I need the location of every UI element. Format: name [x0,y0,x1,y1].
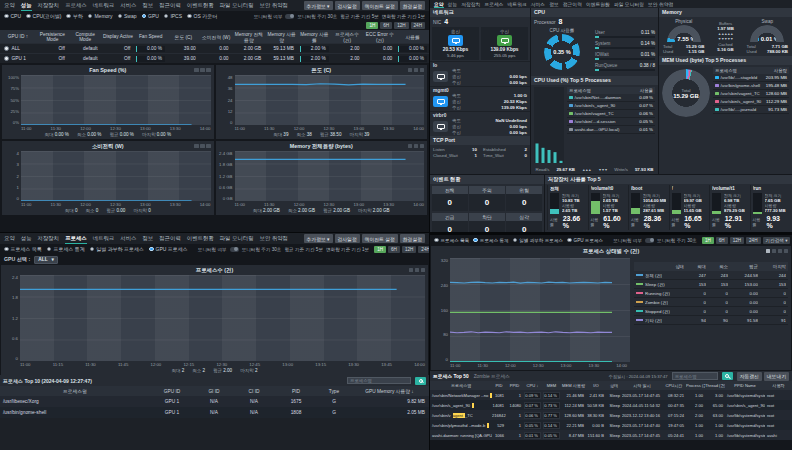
menu-tab[interactable]: 성능 [21,233,32,244]
legend-row[interactable]: Running (건) 00 0.000 [634,289,788,298]
panel-image-icon[interactable] [414,144,419,149]
menu-tab[interactable]: 프로세스 [484,0,503,8]
time-range-button[interactable]: 6H [716,237,728,244]
table-header-cell[interactable]: 프로세스명 [0,388,150,394]
panel-grid-icon[interactable] [408,68,413,73]
table-header-cell[interactable]: 프로세스명 [430,383,492,388]
process-mode-radio[interactable]: 프로세스 통계 [473,238,508,243]
menu-tab[interactable]: 정보 [549,0,559,8]
process-mode-radio[interactable]: GPU 프로세스 [149,246,188,252]
menu-tab[interactable]: 보안 취약점 [260,233,288,244]
mem-top5-row[interactable]: /usr/sbin/vagent_TC 128.60 MB [713,90,789,98]
process-mode-radio[interactable]: 일별 과부하 프로세스 [90,246,144,252]
table-row[interactable]: /usr/sbin/plymouthd --mode-b 5291 0.05 %… [430,420,792,430]
table-header-cell[interactable]: PPID Name [725,383,765,388]
fan-speed-chart[interactable] [21,75,211,125]
panel-print-icon[interactable] [420,144,425,149]
table-header-cell[interactable]: 사용자 [765,383,792,388]
gpu-table-header-cell[interactable]: Memory 전체용량 [233,31,266,43]
mem-top5-row[interactable]: /usr/lib/…-journald 91.73 MB [713,106,789,114]
menu-tab[interactable]: 보안 취약점 [260,0,288,11]
legend-row[interactable]: Sleep (건) 153153 153.00153 [634,280,788,289]
menu-tab[interactable]: 서비스 [120,233,136,244]
time-range-button[interactable]: 12H [730,237,744,244]
table-header-cell[interactable]: GPU Memory 사용량 ↓ [350,388,429,394]
cpu-top5-row[interactable]: /usr/sbin/vagent_TC 0.06 % [567,110,655,118]
gpu-table-header-cell[interactable]: Compute Mode [69,32,102,42]
menu-tab[interactable]: 요약 [4,0,15,11]
time-range-button[interactable]: 1H [702,237,714,244]
row-radio-icon[interactable] [4,46,9,51]
metric-radio[interactable]: 부하 [66,13,83,19]
panel-print-icon[interactable] [420,68,425,73]
menu-tab[interactable]: 저장장치 [461,0,480,8]
time-range-button[interactable]: 6H [380,22,392,29]
table-action-button[interactable]: 자동갱신 [737,372,762,381]
monitoring-toggle[interactable] [645,238,654,243]
metric-radio[interactable]: Swap [118,13,137,19]
menu-tab[interactable]: 서비스 [531,0,545,8]
process-mode-radio[interactable]: 프로세스 목록 [434,238,469,243]
menu-tab[interactable]: 접근이력 [159,233,181,244]
mem-top5-row[interactable]: /usr/sbin/s_agent_90 112.29 MB [713,98,789,106]
menu-tab[interactable]: 프로세스 [65,233,87,244]
gpu-select-dropdown[interactable]: ALL▾ [34,256,58,264]
time-range-button[interactable]: 6H [388,246,400,253]
metric-radio[interactable]: OS 카운터 [187,13,217,19]
menu-tab[interactable]: 프로세스 [65,0,87,11]
interface-item[interactable]: lo 속도 송신0.00 bps 수신0.00 bps [430,61,530,86]
header-button[interactable]: 검사일정 [335,1,360,10]
gpu-table-header-cell[interactable]: 프로세스수 (건) [331,31,364,43]
table-header-cell[interactable]: PID [492,383,506,388]
legend-row[interactable]: Zombie (건) 00 0.000 [634,298,788,307]
header-button[interactable]: 환경설정 [400,1,425,10]
table-header-cell[interactable]: MEM [542,383,561,388]
time-range-button[interactable]: 12H [402,246,416,253]
menu-tab[interactable]: 네트워크 [508,0,527,8]
panel-pin-icon[interactable] [766,249,771,254]
menu-tab[interactable]: 네트워크 [93,0,115,11]
menu-tab[interactable]: 정보 [142,233,153,244]
menu-tab[interactable]: 파일 모니터링 [220,233,254,244]
table-header-cell[interactable]: PID [274,389,318,394]
cpu-top5-row[interactable]: /usr/sbin/…d-session 0.05 % [567,118,655,126]
panel-image-icon[interactable] [414,68,419,73]
row-radio-icon[interactable] [4,56,9,61]
metric-radio[interactable]: CPU [4,13,21,19]
menu-tab[interactable]: 접근이력 [159,0,181,11]
legend-row[interactable]: Stopped (건) 00 0.000 [634,307,788,316]
header-button[interactable]: 환경설정 [400,234,425,243]
table-header-cell[interactable]: MEM 사용량 [561,383,586,388]
menu-tab[interactable]: 파일 모니터링 [614,0,644,8]
menu-tab[interactable]: 저장장치 [38,233,60,244]
time-range-button[interactable]: 기간검색 ▾ [763,237,791,244]
header-button[interactable]: 검사일정 [335,234,360,243]
gpu-table-header-cell[interactable]: 사용률 [396,34,429,40]
table-header-cell[interactable]: I/O [586,383,606,388]
panel-image-icon[interactable] [200,68,205,73]
gpu-table-header-cell[interactable]: 소비전력 (W) [200,34,233,40]
legend-row[interactable]: 전체 (건) 247243 244.58244 [634,271,788,280]
menu-tab[interactable]: 네트워크 [93,233,115,244]
menu-tab[interactable]: 서비스 [120,0,136,11]
panel-grid-icon[interactable] [408,144,413,149]
metric-radio[interactable]: Memory [88,13,113,19]
table-row[interactable]: /usr/sbin/s_agent_90 1408114080 0.07 %0.… [430,400,792,410]
power-chart[interactable] [21,151,211,201]
table-header-cell[interactable]: Type [318,389,350,394]
cpu-top5-row[interactable]: /usr/sbin/Net…-daemon 0.09 % [567,94,655,102]
time-range-button[interactable]: 1H [366,22,378,29]
panel-image-icon[interactable] [200,144,205,149]
monitoring-toggle[interactable] [230,247,239,252]
table-header-cell[interactable]: Process (건) [686,383,705,388]
header-button[interactable]: 추가정보 ▾ [304,1,333,10]
table-header-cell[interactable]: CI ID [234,389,274,394]
menu-tab[interactable]: 요약 [434,0,444,8]
table-row[interactable]: /usr/sbin/NetworkManager --no 10811 0.09… [430,390,792,400]
header-button[interactable]: 추가정보 ▾ [304,234,333,243]
panel-print-icon[interactable] [206,144,211,149]
menu-tab[interactable]: 접근이력 [563,0,582,8]
menu-tab[interactable]: 보안 취약점 [648,0,673,8]
table-row[interactable]: avahi-daemon: running [QA-GPU 10661 0.01… [430,430,792,440]
mem-top5-row[interactable]: /usr/lib/…-stagebld 203.95 MB [713,74,789,82]
